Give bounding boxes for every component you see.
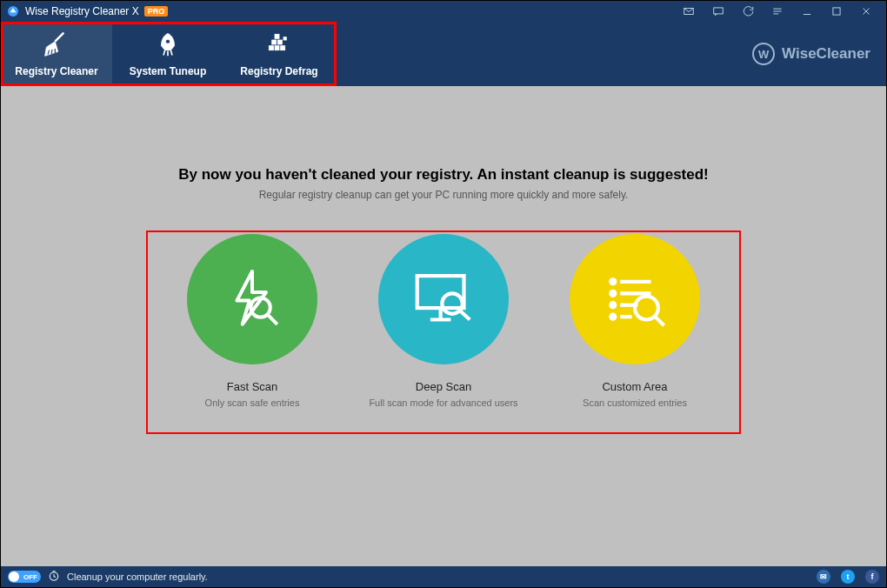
brand-name: WiseCleaner — [782, 45, 870, 63]
footer-message: Cleanup your computer regularly. — [67, 571, 208, 582]
scan-title: Custom Area — [602, 380, 667, 393]
refresh-icon[interactable] — [733, 1, 763, 22]
scan-card-fast: Fast Scan Only scan safe entries — [165, 234, 339, 409]
scan-title: Fast Scan — [227, 380, 278, 393]
svg-rect-7 — [281, 46, 285, 50]
tab-registry-cleaner[interactable]: Registry Cleaner — [1, 22, 112, 86]
headline-text: By now you haven't cleaned your registry… — [178, 166, 709, 184]
svg-rect-9 — [277, 40, 282, 44]
brand-logo[interactable]: W WiseCleaner — [752, 22, 870, 86]
svg-point-15 — [610, 279, 615, 284]
brand-mark-icon: W — [752, 43, 775, 65]
svg-rect-5 — [269, 46, 273, 50]
minimize-icon[interactable] — [792, 1, 822, 22]
main-tabs: Registry Cleaner System Tuneup Registry … — [1, 22, 886, 86]
maximize-icon[interactable] — [822, 1, 851, 22]
svg-rect-2 — [714, 8, 724, 14]
tab-label: System Tuneup — [130, 65, 206, 77]
svg-rect-11 — [283, 37, 286, 40]
tab-registry-defrag[interactable]: Registry Defrag — [223, 22, 335, 86]
feedback-icon[interactable] — [704, 1, 733, 22]
social-facebook-icon[interactable]: f — [865, 570, 879, 584]
svg-point-4 — [166, 39, 170, 43]
svg-point-17 — [610, 303, 615, 307]
scan-options: Fast Scan Only scan safe entries Deep Sc… — [165, 234, 722, 409]
scan-card-custom: Custom Area Scan customized entries — [548, 234, 722, 409]
subline-text: Regular registry cleanup can get your PC… — [259, 189, 629, 201]
scan-card-deep: Deep Scan Full scan mode for advanced us… — [357, 234, 530, 409]
svg-point-19 — [635, 297, 658, 320]
scan-title: Deep Scan — [416, 380, 471, 393]
svg-rect-10 — [275, 34, 279, 38]
mail-icon[interactable] — [674, 1, 704, 22]
list-search-icon — [598, 263, 671, 336]
monitor-search-icon — [407, 263, 480, 336]
deep-scan-button[interactable] — [378, 234, 509, 364]
clock-icon — [48, 570, 60, 584]
svg-rect-3 — [833, 8, 840, 15]
custom-area-button[interactable] — [570, 234, 700, 364]
scan-desc: Only scan safe entries — [205, 397, 300, 409]
social-twitter-icon[interactable]: t — [841, 570, 855, 584]
main-content: By now you haven't cleaned your registry… — [1, 86, 886, 566]
scan-desc: Full scan mode for advanced users — [369, 397, 517, 409]
rocket-icon — [155, 30, 181, 58]
app-window: Wise Registry Cleaner X PRO Registry Cle… — [0, 0, 887, 588]
pro-badge: PRO — [144, 6, 169, 17]
svg-point-18 — [610, 315, 615, 319]
app-icon — [6, 4, 20, 18]
svg-rect-6 — [275, 46, 279, 50]
svg-rect-8 — [272, 40, 277, 44]
tab-label: Registry Defrag — [240, 65, 317, 77]
window-title: Wise Registry Cleaner X — [25, 5, 139, 17]
scan-desc: Scan customized entries — [583, 397, 687, 409]
toggle-label: OFF — [23, 573, 37, 581]
social-mail-icon[interactable]: ✉ — [817, 570, 830, 584]
svg-point-14 — [442, 293, 463, 314]
lightning-search-icon — [217, 264, 287, 334]
schedule-toggle[interactable]: OFF — [8, 571, 41, 583]
fast-scan-button[interactable] — [187, 234, 317, 364]
broom-icon — [42, 30, 71, 58]
svg-point-16 — [610, 291, 615, 296]
tab-system-tuneup[interactable]: System Tuneup — [112, 22, 223, 86]
tab-label: Registry Cleaner — [15, 65, 97, 77]
defrag-icon — [266, 30, 292, 58]
menu-icon[interactable] — [763, 1, 792, 22]
status-bar: OFF Cleanup your computer regularly. ✉ t… — [1, 566, 886, 587]
close-icon[interactable] — [851, 1, 881, 22]
title-bar: Wise Registry Cleaner X PRO — [1, 1, 886, 22]
